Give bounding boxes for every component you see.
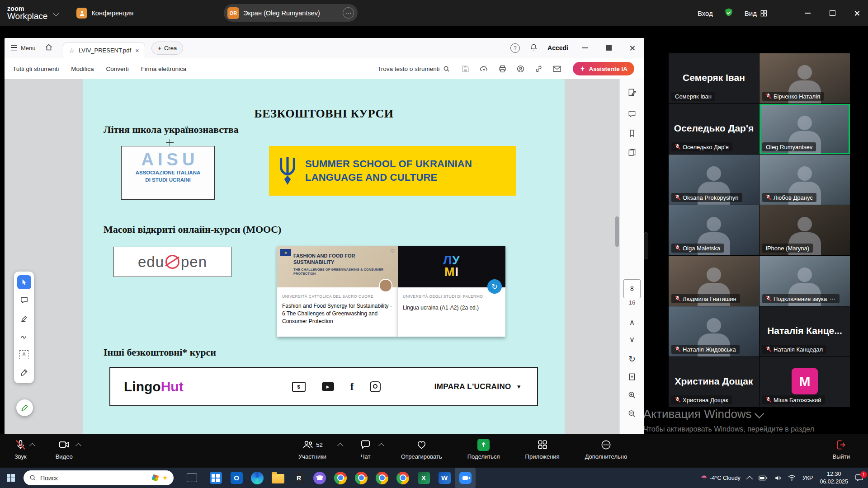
screen-share-pill[interactable]: OR Экран (Oleg Rumyantsev) … <box>224 4 358 22</box>
participant-tile[interactable]: Oksana Prokopyshyn <box>669 155 759 205</box>
print-icon[interactable] <box>499 65 506 73</box>
app-icon-chrome[interactable] <box>351 468 372 488</box>
toolbar-convert[interactable]: Converti <box>106 66 129 72</box>
app-icon-edge[interactable] <box>247 468 268 488</box>
fit-page-icon[interactable] <box>628 373 636 383</box>
participant-tile[interactable]: Olga Maletska <box>669 205 759 255</box>
zoom-in-icon[interactable] <box>628 391 637 401</box>
chat-button[interactable]: Чат <box>354 438 381 460</box>
participant-tile[interactable]: Христина Дощак Христина Дощак <box>669 357 759 407</box>
clock[interactable]: 12:30 06.02.2025 <box>820 470 848 486</box>
comment-tool[interactable] <box>17 293 31 307</box>
youtube-icon[interactable]: ▶ <box>322 382 334 391</box>
chat-options-caret[interactable] <box>378 443 384 449</box>
rotate-page-icon[interactable]: ↻ <box>628 354 636 364</box>
participants-options-caret[interactable] <box>337 443 343 449</box>
shield-check-icon[interactable] <box>724 8 734 19</box>
document-area[interactable]: БЕЗКОШТОВНІ КУРСИ Літня школа українозна… <box>5 79 644 434</box>
play-button-icon[interactable]: ↻ <box>487 279 502 294</box>
participant-tile[interactable]: М Міша Батожський <box>760 357 850 407</box>
donate-icon[interactable]: $ <box>292 382 306 392</box>
app-icon-chrome[interactable] <box>330 468 351 488</box>
comments-panel-icon[interactable] <box>628 110 637 120</box>
app-icon-zoom-active[interactable] <box>455 468 476 488</box>
more-button[interactable]: Дополнительно <box>580 438 633 460</box>
participant-tile[interactable]: Наталія Жидовська <box>669 306 759 357</box>
document-tab[interactable]: ☆ LVIV_PRESENT.pdf × <box>63 42 146 58</box>
participants-button[interactable]: 52 Участники <box>293 438 340 460</box>
menu-button[interactable]: Menu <box>11 45 36 52</box>
leave-button[interactable]: Выйти <box>827 438 856 460</box>
close-button[interactable] <box>850 6 863 20</box>
tab-meeting[interactable]: Конференция <box>76 8 133 19</box>
signin-button-acrobat[interactable]: Accedi <box>547 44 568 52</box>
bell-icon[interactable] <box>530 43 538 52</box>
sign-tool[interactable] <box>17 366 31 380</box>
text-box-tool[interactable]: A <box>17 347 31 361</box>
current-page-input[interactable]: 8 <box>623 279 641 298</box>
chevron-down-icon[interactable] <box>53 10 59 16</box>
draw-tool[interactable] <box>17 329 31 343</box>
bookmarks-panel-icon[interactable] <box>628 129 636 140</box>
toolbar-esign[interactable]: Firma elettronica <box>141 66 187 72</box>
facebook-icon[interactable]: f <box>350 381 354 393</box>
participant-tile[interactable]: Оселедько Дар'я Оселедько Дар'я <box>669 104 759 154</box>
toolbar-edit[interactable]: Modifica <box>71 66 94 72</box>
volume-icon[interactable] <box>774 475 781 481</box>
network-icon[interactable] <box>788 475 796 481</box>
action-center-button[interactable]: 1 <box>855 474 863 482</box>
participant-tile[interactable]: Людмила Гнатишин <box>669 256 759 306</box>
next-page-icon[interactable]: ∨ <box>629 335 635 344</box>
app-icon-chrome[interactable] <box>372 468 392 488</box>
language-indicator[interactable]: УКР <box>802 475 813 481</box>
vertical-scrollbar[interactable] <box>615 216 619 247</box>
start-button[interactable] <box>0 468 22 488</box>
toolbar-all-tools[interactable]: Tutti gli strumenti <box>13 66 59 72</box>
instagram-icon[interactable] <box>370 381 381 392</box>
home-icon[interactable] <box>45 43 53 53</box>
view-button[interactable]: Вид <box>745 9 768 17</box>
highlight-tool[interactable] <box>17 311 31 325</box>
more-dots-icon[interactable]: ⋯ <box>830 296 836 302</box>
audio-options-caret[interactable] <box>29 443 35 449</box>
audio-button[interactable]: Звук <box>9 438 32 460</box>
app-icon-viber[interactable]: ☎ <box>309 468 330 488</box>
edit-pencil-fab[interactable] <box>16 399 33 416</box>
app-icon-outlook[interactable]: O <box>226 468 247 488</box>
more-options-icon[interactable]: … <box>343 7 354 19</box>
acrobat-close-button[interactable] <box>625 41 639 55</box>
language-dropdown[interactable]: IMPARA L'UCRAINO ▼ <box>434 382 522 391</box>
panel-collapse-chevron-icon[interactable] <box>755 409 764 418</box>
search-input[interactable]: Trova testo o strumenti <box>377 66 450 72</box>
previous-page-icon[interactable]: ∧ <box>629 318 635 327</box>
panel-resize-handle[interactable] <box>644 232 648 259</box>
participant-tile[interactable]: Бірченко Наталія <box>760 53 850 103</box>
participant-tile[interactable]: Семеряк Іван Семеряк Іван <box>669 53 759 103</box>
app-icon-r[interactable]: R <box>288 468 309 488</box>
minimize-button[interactable] <box>801 6 815 20</box>
help-icon[interactable]: ? <box>510 43 520 53</box>
participant-tile[interactable]: iPhone (Maryna) <box>760 205 850 255</box>
tab-close-icon[interactable]: × <box>135 47 139 54</box>
task-view-button[interactable] <box>182 474 202 482</box>
cloud-upload-icon[interactable] <box>480 65 488 73</box>
acrobat-minimize-button[interactable] <box>578 41 592 55</box>
app-icon-store[interactable] <box>205 468 226 488</box>
share-screen-button[interactable]: Поделиться <box>462 438 505 460</box>
participant-tile-active-speaker[interactable]: Oleg Rumyantsev <box>760 104 850 154</box>
react-button[interactable]: Отреагировать <box>396 438 448 460</box>
acrobat-maximize-button[interactable] <box>602 41 615 55</box>
ai-assistant-button[interactable]: Assistente IA <box>573 62 634 75</box>
taskbar-search[interactable]: Поиск <box>24 470 174 485</box>
pages-panel-icon[interactable] <box>628 149 637 159</box>
participant-tile[interactable]: Подключение звука⋯ <box>760 256 850 306</box>
share-person-icon[interactable] <box>517 65 524 73</box>
sign-panel-icon[interactable] <box>628 88 637 99</box>
link-icon[interactable] <box>535 65 542 73</box>
maximize-button[interactable] <box>826 6 839 20</box>
app-icon-excel[interactable]: X <box>413 468 434 488</box>
star-icon[interactable]: ☆ <box>69 47 75 54</box>
zoom-out-icon[interactable] <box>628 409 637 420</box>
app-icon-chrome[interactable] <box>392 468 413 488</box>
select-tool[interactable] <box>17 275 31 289</box>
